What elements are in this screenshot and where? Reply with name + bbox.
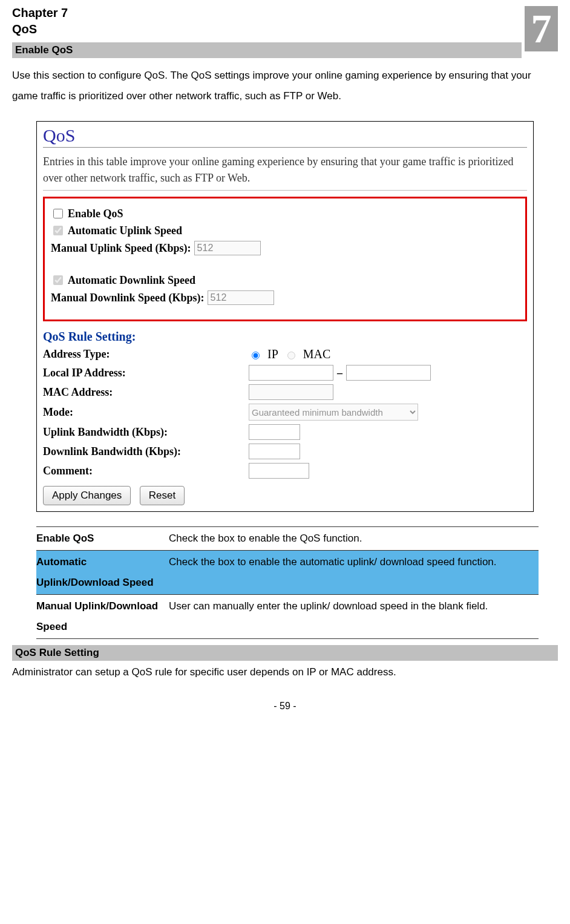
chapter-number-badge: 7 [525,6,558,51]
qos-rule-desc: Administrator can setup a QoS rule for s… [12,662,558,683]
qos-rule-setting-label: QoS Rule Setting: [43,330,527,344]
manual-downlink-input[interactable] [208,290,274,305]
table-key: Automatic Uplink/Download Speed [36,551,169,595]
page-number: - 59 - [12,701,558,712]
manual-downlink-label: Manual Downlink Speed (Kbps): [51,292,205,304]
comment-label: Comment: [43,465,249,477]
comment-input[interactable] [249,463,309,479]
auto-downlink-checkbox[interactable] [53,275,63,285]
qos-highlight-box: Enable QoS Automatic Uplink Speed Manual… [43,197,527,321]
table-key: Manual Uplink/Download Speed [36,595,169,639]
address-type-ip-radio[interactable] [252,352,260,359]
mac-address-label: MAC Address: [43,386,249,399]
table-val: User can manually enter the uplink/ down… [169,595,539,639]
mode-label: Mode: [43,406,249,419]
enable-qos-checkbox[interactable] [53,209,63,218]
local-ip-end-input[interactable] [346,365,431,381]
table-row: Enable QoS Check the box to enable the Q… [36,527,539,551]
local-ip-label: Local IP Address: [43,367,249,379]
mode-select[interactable]: Guaranteed minimum bandwidth [249,404,418,421]
reset-button[interactable]: Reset [140,486,185,505]
table-row: Manual Uplink/Download Speed User can ma… [36,595,539,639]
uplink-bw-label: Uplink Bandwidth (Kbps): [43,426,249,439]
enable-qos-section-header: Enable QoS [12,42,522,58]
table-row: Automatic Uplink/Download Speed Check th… [36,551,539,595]
manual-uplink-input[interactable] [194,241,261,255]
auto-downlink-label: Automatic Downlink Speed [68,274,195,287]
divider [43,190,527,191]
address-type-ip-label: IP [267,347,278,361]
auto-uplink-checkbox[interactable] [53,226,63,235]
qos-ui-description: Entries in this table improve your onlin… [43,154,527,186]
chapter-title: QoS [12,22,558,36]
address-type-label: Address Type: [43,348,249,361]
table-val: Check the box to enable the QoS function… [169,527,539,551]
enable-qos-label: Enable QoS [68,208,123,220]
description-table: Enable QoS Check the box to enable the Q… [36,526,539,639]
downlink-bw-input[interactable] [249,444,300,459]
uplink-bw-input[interactable] [249,424,300,440]
local-ip-start-input[interactable] [249,365,333,381]
apply-changes-button[interactable]: Apply Changes [43,486,131,505]
manual-uplink-label: Manual Uplink Speed (Kbps): [51,242,191,255]
mac-address-input[interactable] [249,384,333,400]
ip-range-dash: – [337,367,342,379]
address-type-mac-radio[interactable] [287,352,295,359]
auto-uplink-label: Automatic Uplink Speed [68,224,182,237]
qos-ui-screenshot: QoS Entries in this table improve your o… [36,121,534,512]
qos-ui-title: QoS [43,125,527,148]
table-key: Enable QoS [36,527,169,551]
downlink-bw-label: Downlink Bandwidth (Kbps): [43,445,249,458]
qos-rule-section-header: QoS Rule Setting [12,645,558,661]
intro-paragraph: Use this section to configure QoS. The Q… [12,65,558,106]
address-type-mac-label: MAC [303,347,331,361]
table-val: Check the box to enable the automatic up… [169,551,539,595]
chapter-label: Chapter 7 [12,6,558,20]
